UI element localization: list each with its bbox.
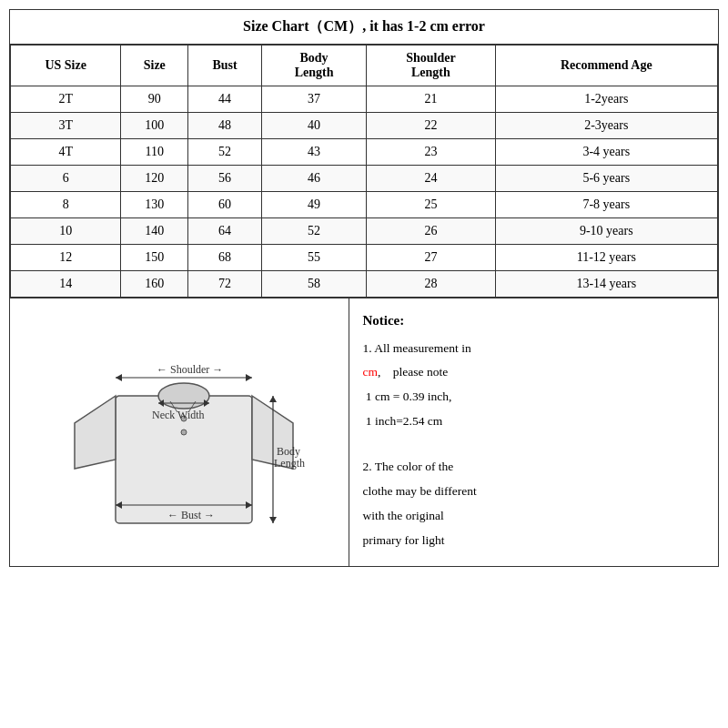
table-cell: 110: [121, 139, 188, 166]
table-cell: 21: [367, 86, 495, 113]
table-cell: 2T: [11, 86, 121, 113]
table-cell: 11-12 years: [495, 245, 717, 271]
col-recommend-age: Recommend Age: [495, 46, 717, 86]
table-cell: 9-10 years: [495, 218, 717, 245]
svg-marker-10: [246, 374, 252, 381]
notice-line-3: 1 cm = 0.39 inch,: [362, 387, 705, 408]
table-row: 2T904437211-2years: [11, 86, 718, 113]
body-length-label2: Length: [274, 457, 305, 470]
table-cell: 10: [11, 218, 121, 245]
bottom-section: ← Shoulder → Neck Width Body Length ← Bu…: [10, 298, 718, 566]
notice-line-5: 2. The color of the: [362, 457, 705, 478]
col-body-length: BodyLength: [261, 46, 366, 86]
notice-line-1: 1. All measurement in: [362, 339, 705, 359]
table-cell: 48: [188, 113, 262, 139]
table-cell: 28: [367, 271, 495, 298]
svg-point-7: [181, 430, 187, 435]
table-cell: 58: [261, 271, 366, 298]
table-cell: 60: [188, 192, 262, 218]
svg-marker-15: [269, 396, 277, 402]
table-cell: 3T: [11, 113, 121, 139]
table-header-row: US Size Size Bust BodyLength ShoulderLen…: [11, 46, 718, 86]
table-cell: 120: [121, 166, 188, 192]
table-cell: 1-2years: [495, 86, 717, 113]
table-cell: 160: [121, 271, 188, 298]
title-text: Size Chart（CM）, it has 1-2 cm error: [243, 18, 485, 34]
table-cell: 68: [188, 245, 262, 271]
table-cell: 13-14 years: [495, 271, 717, 298]
col-us-size: US Size: [11, 46, 121, 86]
col-size: Size: [121, 46, 188, 86]
table-row: 81306049257-8 years: [11, 192, 718, 218]
notice-cm-red: cm: [362, 365, 378, 379]
svg-marker-9: [116, 374, 122, 381]
table-cell: 72: [188, 271, 262, 298]
shoulder-label: ← Shoulder →: [157, 363, 223, 376]
svg-marker-1: [75, 396, 116, 469]
table-row: 4T1105243233-4 years: [11, 139, 718, 166]
notice-line-2: cm, please note: [362, 362, 705, 383]
table-cell: 3-4 years: [495, 139, 717, 166]
table-cell: 2-3years: [495, 113, 717, 139]
table-cell: 4T: [11, 139, 121, 166]
table-cell: 24: [367, 166, 495, 192]
notice-line-6: clothe may be different: [362, 481, 705, 502]
table-cell: 14: [11, 271, 121, 298]
notice-line-7: with the original: [362, 506, 705, 527]
table-cell: 100: [121, 113, 188, 139]
neck-width-label: Neck Width: [152, 409, 205, 421]
diagram-area: ← Shoulder → Neck Width Body Length ← Bu…: [10, 298, 349, 566]
notice-line-4: 1 inch=2.54 cm: [362, 411, 705, 432]
table-cell: 6: [11, 166, 121, 192]
table-row: 3T1004840222-3years: [11, 113, 718, 139]
body-length-label: Body: [277, 445, 300, 458]
table-cell: 52: [261, 218, 366, 245]
table-cell: 23: [367, 139, 495, 166]
table-cell: 25: [367, 192, 495, 218]
size-chart-container: Size Chart（CM）, it has 1-2 cm error US S…: [9, 9, 719, 567]
table-cell: 37: [261, 86, 366, 113]
table-row: 101406452269-10 years: [11, 218, 718, 245]
table-cell: 22: [367, 113, 495, 139]
notice-area: Notice: 1. All measurement in cm, please…: [349, 298, 718, 566]
svg-point-3: [158, 383, 209, 409]
table-row: 1416072582813-14 years: [11, 271, 718, 298]
bust-label: ← Bust →: [167, 509, 215, 521]
measurement-diagram: ← Shoulder → Neck Width Body Length ← Bu…: [47, 314, 311, 551]
table-cell: 52: [188, 139, 262, 166]
table-cell: 140: [121, 218, 188, 245]
table-cell: 150: [121, 245, 188, 271]
table-cell: 90: [121, 86, 188, 113]
table-cell: 26: [367, 218, 495, 245]
svg-marker-16: [269, 517, 277, 523]
table-row: 61205646245-6 years: [11, 166, 718, 192]
notice-title: Notice:: [362, 309, 705, 333]
table-cell: 46: [261, 166, 366, 192]
table-cell: 56: [188, 166, 262, 192]
table-row: 1215068552711-12 years: [11, 245, 718, 271]
table-cell: 43: [261, 139, 366, 166]
table-cell: 27: [367, 245, 495, 271]
table-cell: 49: [261, 192, 366, 218]
col-bust: Bust: [188, 46, 262, 86]
chart-title: Size Chart（CM）, it has 1-2 cm error: [10, 10, 718, 45]
col-shoulder-length: ShoulderLength: [367, 46, 495, 86]
table-cell: 5-6 years: [495, 166, 717, 192]
table-cell: 44: [188, 86, 262, 113]
table-cell: 12: [11, 245, 121, 271]
table-cell: 40: [261, 113, 366, 139]
table-cell: 7-8 years: [495, 192, 717, 218]
notice-line-8: primary for light: [362, 531, 705, 551]
table-cell: 55: [261, 245, 366, 271]
size-table: US Size Size Bust BodyLength ShoulderLen…: [10, 45, 718, 298]
table-cell: 130: [121, 192, 188, 218]
table-cell: 64: [188, 218, 262, 245]
table-cell: 8: [11, 192, 121, 218]
